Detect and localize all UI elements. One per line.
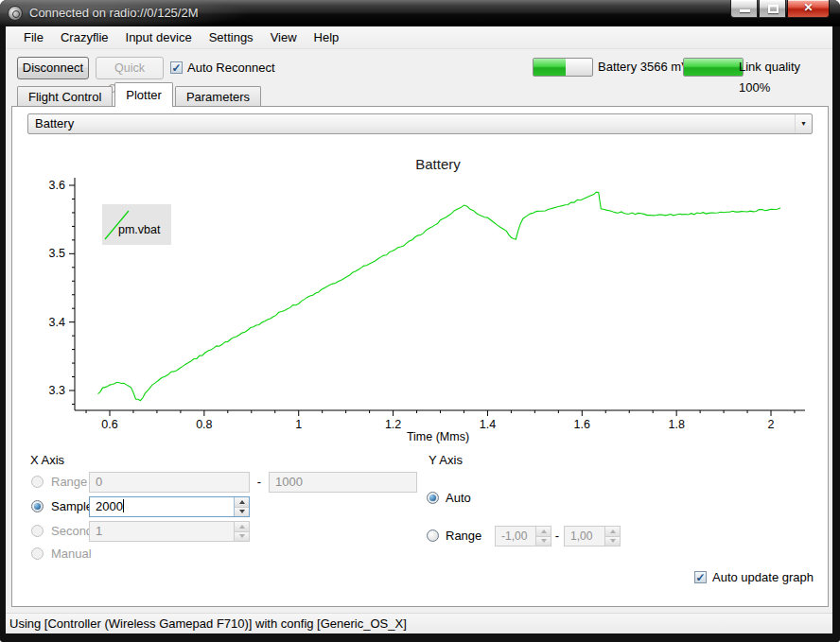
y-range-separator: - — [552, 526, 562, 547]
battery-bar-fill — [534, 59, 566, 76]
svg-text:0.8: 0.8 — [196, 418, 212, 431]
svg-text:Battery: Battery — [415, 156, 461, 172]
y-range-label: Range — [446, 526, 481, 547]
maximize-icon — [768, 5, 779, 13]
link-quality-progressbar — [683, 58, 744, 77]
svg-text:0.6: 0.6 — [101, 418, 117, 431]
close-button[interactable]: ✕ — [787, 0, 830, 18]
menu-settings[interactable]: Settings — [201, 26, 262, 48]
x-samples-spinbox[interactable]: 2000 — [89, 496, 250, 517]
check-icon: ✓ — [171, 62, 182, 74]
battery-value-label: Battery 3566 mV — [598, 57, 690, 78]
x-manual-radio[interactable] — [31, 547, 44, 560]
x-manual-label: Manual — [51, 544, 92, 564]
log-config-dropdown[interactable]: Battery ▼ — [27, 113, 813, 134]
svg-text:3.6: 3.6 — [49, 179, 65, 192]
svg-text:1.8: 1.8 — [668, 418, 684, 431]
menu-view[interactable]: View — [262, 26, 306, 48]
app-window: Connected on radio://0/125/2M ✕ File Cra… — [0, 0, 840, 642]
client-area: File Crazyflie Input device Settings Vie… — [6, 26, 832, 633]
link-bar-fill — [684, 59, 743, 76]
app-icon — [8, 6, 23, 21]
battery-chart-canvas[interactable]: 0.60.811.21.41.61.823.33.43.53.6BatteryT… — [12, 135, 830, 457]
svg-text:3.5: 3.5 — [49, 247, 65, 260]
chart-legend[interactable]: pm.vbat — [102, 204, 171, 245]
chart-area: 0.60.811.21.41.61.823.33.43.53.6BatteryT… — [12, 135, 830, 457]
svg-text:1.6: 1.6 — [574, 418, 590, 431]
auto-update-graph-label: Auto update graph — [712, 567, 814, 588]
check-icon: ✓ — [695, 572, 706, 583]
battery-progressbar — [533, 58, 593, 77]
x-range-to-field[interactable]: 1000 — [269, 472, 417, 493]
svg-text:2: 2 — [768, 418, 775, 431]
text-cursor — [123, 499, 124, 512]
status-text: Using [Controller (Wireless Gamepad F710… — [9, 614, 407, 633]
window-title: Connected on radio://0/125/2M — [29, 0, 199, 26]
spin-down-icon — [610, 539, 616, 543]
y-auto-label: Auto — [446, 488, 471, 509]
dropdown-selected-value: Battery — [35, 114, 74, 133]
x-range-radio[interactable] — [31, 476, 44, 488]
y-range-radio[interactable] — [427, 529, 439, 542]
y-range-to-spin-buttons[interactable] — [604, 527, 620, 546]
y-range-to-spinbox[interactable]: 1,00 — [564, 526, 621, 547]
spin-down-icon — [239, 510, 245, 513]
svg-text:3.4: 3.4 — [49, 316, 65, 329]
tab-flight-control[interactable]: Flight Control — [17, 86, 113, 107]
link-quality-label: Link quality 100% — [739, 57, 832, 98]
toolbar: Disconnect Quick Connect ✓ Auto Reconnec… — [6, 49, 832, 83]
x-range-from-field[interactable]: 0 — [89, 472, 250, 493]
quick-connect-button[interactable]: Quick Connect — [96, 57, 164, 79]
maximize-button[interactable] — [759, 0, 786, 18]
spin-up-icon — [610, 529, 616, 533]
auto-reconnect-label: Auto Reconnect — [187, 57, 275, 79]
statusbar: Using [Controller (Wireless Gamepad F710… — [6, 613, 832, 633]
svg-text:pm.vbat: pm.vbat — [118, 223, 161, 236]
spin-up-icon — [239, 500, 245, 504]
y-axis-section-label: Y Axis — [429, 453, 463, 467]
x-range-label: Range — [51, 472, 87, 493]
svg-text:Time (Mms): Time (Mms) — [407, 430, 469, 443]
tab-plotter[interactable]: Plotter — [114, 82, 173, 107]
spin-up-icon — [541, 529, 547, 533]
y-auto-radio[interactable] — [427, 492, 439, 504]
x-samples-spin-buttons[interactable] — [234, 497, 249, 516]
menu-help[interactable]: Help — [306, 26, 348, 48]
menubar: File Crazyflie Input device Settings Vie… — [6, 26, 832, 49]
menu-file[interactable]: File — [15, 26, 52, 48]
minimize-button[interactable] — [730, 0, 758, 18]
menu-crazyflie[interactable]: Crazyflie — [52, 26, 117, 48]
y-range-from-spin-buttons[interactable] — [535, 527, 551, 546]
spin-down-icon — [239, 534, 245, 538]
svg-text:1: 1 — [295, 418, 302, 431]
tab-parameters[interactable]: Parameters — [175, 86, 261, 107]
svg-text:3.3: 3.3 — [49, 384, 65, 397]
svg-text:1.2: 1.2 — [385, 418, 401, 431]
x-seconds-radio[interactable] — [31, 525, 44, 537]
chevron-down-icon: ▼ — [795, 114, 812, 133]
spin-up-icon — [239, 525, 245, 529]
menu-input-device[interactable]: Input device — [117, 26, 201, 48]
minimize-icon — [740, 9, 750, 12]
y-range-from-spinbox[interactable]: -1,00 — [495, 526, 551, 547]
close-icon: ✕ — [803, 1, 813, 14]
x-seconds-spinbox[interactable]: 1 — [89, 521, 250, 542]
x-axis-section-label: X Axis — [30, 453, 64, 467]
titlebar[interactable]: Connected on radio://0/125/2M ✕ — [0, 0, 840, 26]
x-range-separator: - — [253, 472, 266, 493]
x-seconds-spin-buttons[interactable] — [234, 522, 249, 541]
auto-reconnect-checkbox[interactable]: ✓ — [170, 61, 183, 74]
svg-text:1.4: 1.4 — [480, 418, 496, 431]
plotter-tabpage: Battery ▼ 0.60.811.21.41.61.823.33.43.53… — [11, 106, 829, 607]
spin-down-icon — [541, 539, 547, 543]
auto-update-graph-checkbox[interactable]: ✓ — [694, 571, 707, 583]
x-samples-radio[interactable] — [31, 500, 44, 512]
tabbar: Flight Control Plotter Parameters — [17, 82, 263, 107]
disconnect-button[interactable]: Disconnect — [17, 57, 89, 79]
